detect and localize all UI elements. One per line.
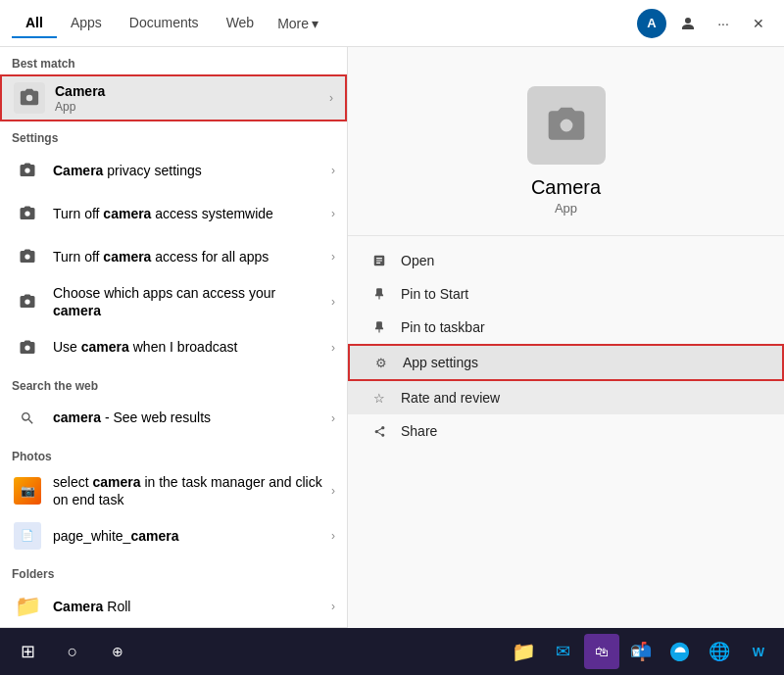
camera-app-icon: [14, 82, 45, 114]
action-pin-start[interactable]: Pin to Start: [348, 277, 784, 311]
web-search-text: camera - See web results: [53, 409, 325, 426]
people-icon[interactable]: 📬: [623, 634, 659, 669]
settings-allapps-icon: [12, 241, 43, 272]
chrome-icon[interactable]: 🌐: [702, 634, 737, 669]
top-bar-right: A ··· ✕: [637, 9, 772, 38]
open-icon: [371, 253, 387, 268]
systemwide-text: Turn off camera access systemwide: [53, 205, 325, 222]
right-panel: Camera App Open Pin to Start: [348, 47, 784, 675]
chevron-down-icon: ▾: [312, 16, 318, 31]
all-apps-text: Turn off camera access for all apps: [53, 248, 325, 265]
search-window: All Apps Documents Web More ▾ A ··· ✕ Be…: [0, 0, 784, 675]
store-icon[interactable]: 🛍: [584, 634, 619, 669]
pin-start-icon: [371, 286, 387, 302]
settings-choose-icon: [12, 286, 43, 317]
result-turn-off-all-apps[interactable]: Turn off camera access for all apps ›: [0, 235, 347, 278]
avatar[interactable]: A: [637, 9, 666, 38]
privacy-settings-text: Camera privacy settings: [53, 162, 325, 179]
action-pin-taskbar-label: Pin to taskbar: [401, 319, 485, 335]
left-panel: Best match Camera App › Settings: [0, 47, 348, 675]
chevron-right-icon: ›: [331, 164, 335, 177]
result-task-manager-photo[interactable]: 📷 select camera in the task manager and …: [0, 467, 347, 514]
result-use-camera-broadcast[interactable]: Use camera when I broadcast ›: [0, 326, 347, 369]
web-search-icon: [12, 403, 43, 434]
edge-icon[interactable]: [662, 634, 698, 669]
chevron-right-icon: ›: [331, 207, 335, 220]
result-camera-app[interactable]: Camera App ›: [0, 74, 347, 121]
tab-web[interactable]: Web: [213, 9, 269, 38]
tab-documents[interactable]: Documents: [116, 9, 213, 38]
web-search-title: camera - See web results: [53, 409, 325, 426]
camera-app-subtitle: App: [55, 100, 323, 114]
search-button[interactable]: ○: [53, 632, 92, 671]
person-icon: [680, 16, 696, 31]
choose-apps-text: Choose which apps can access your camera: [53, 284, 325, 319]
page-white-text: page_white_camera: [53, 527, 325, 545]
app-name-display: Camera: [531, 176, 601, 199]
camera-app-text: Camera App: [55, 82, 323, 114]
result-turn-off-systemwide[interactable]: Turn off camera access systemwide ›: [0, 192, 347, 235]
close-btn[interactable]: ✕: [745, 10, 772, 37]
task-manager-title: select camera in the task manager and cl…: [53, 473, 325, 508]
action-open[interactable]: Open: [348, 244, 784, 277]
results-list: Best match Camera App › Settings: [0, 47, 347, 627]
wscdn-icon[interactable]: W: [741, 634, 776, 669]
user-icon-btn[interactable]: [674, 10, 702, 37]
chevron-right-icon: ›: [331, 529, 335, 543]
camera-off-icon: [19, 205, 36, 222]
section-best-match: Best match: [0, 47, 347, 74]
result-camera-roll[interactable]: 📁 Camera Roll ›: [0, 585, 347, 627]
broadcast-text: Use camera when I broadcast: [53, 338, 325, 356]
folder-icon: 📁: [12, 591, 43, 622]
pin-taskbar-icon: [371, 319, 387, 335]
result-privacy-settings[interactable]: Camera privacy settings ›: [0, 149, 347, 192]
action-pin-taskbar[interactable]: Pin to taskbar: [348, 311, 784, 344]
tab-apps[interactable]: Apps: [57, 9, 116, 38]
camera-app-title: Camera: [55, 82, 323, 100]
task-manager-text: select camera in the task manager and cl…: [53, 473, 325, 508]
tab-all[interactable]: All: [12, 9, 57, 38]
taskbar: ⊞ ○ ⊕ 📁 ✉ 🛍 📬 🌐 W: [0, 628, 784, 675]
action-rate-review[interactable]: ☆ Rate and review: [348, 381, 784, 414]
more-options-btn[interactable]: ···: [710, 10, 737, 37]
action-pin-start-label: Pin to Start: [401, 286, 468, 302]
chevron-right-icon: ›: [331, 341, 335, 355]
privacy-settings-title: Camera privacy settings: [53, 162, 325, 179]
top-bar: All Apps Documents Web More ▾ A ··· ✕: [0, 0, 784, 47]
photos-task-icon: 📷: [12, 475, 43, 506]
tab-list: All Apps Documents Web More ▾: [12, 9, 637, 38]
chevron-right-icon: ›: [331, 250, 335, 264]
file-explorer-icon[interactable]: 📁: [506, 634, 541, 669]
camera-broadcast-icon: [19, 339, 36, 357]
camera-settings-icon: [19, 162, 36, 179]
settings-broadcast-icon: [12, 332, 43, 363]
section-settings: Settings: [0, 121, 347, 149]
start-button[interactable]: ⊞: [8, 632, 47, 671]
section-photos: Photos: [0, 440, 347, 467]
mail-icon[interactable]: ✉: [545, 634, 580, 669]
section-folders: Folders: [0, 557, 347, 585]
choose-apps-title: Choose which apps can access your camera: [53, 284, 325, 319]
action-app-settings[interactable]: ⚙ App settings: [348, 344, 784, 381]
taskbar-icons: 📁 ✉ 🛍 📬 🌐 W: [506, 634, 776, 669]
camera-large-icon: [545, 104, 588, 147]
result-web-camera[interactable]: camera - See web results ›: [0, 397, 347, 440]
content-area: Best match Camera App › Settings: [0, 47, 784, 675]
result-choose-apps[interactable]: Choose which apps can access your camera…: [0, 278, 347, 325]
page-white-icon: 📄: [12, 520, 43, 552]
photos-app-icon: 📷: [14, 477, 41, 505]
camera-icon: [19, 87, 40, 109]
magnify-icon: [20, 410, 35, 426]
page-white-title: page_white_camera: [53, 527, 325, 545]
action-app-settings-label: App settings: [403, 355, 478, 370]
camera-apps-icon: [19, 248, 36, 265]
gear-icon: ⚙: [373, 355, 389, 370]
action-share[interactable]: Share: [348, 414, 784, 448]
star-icon: ☆: [371, 390, 387, 406]
tab-more[interactable]: More ▾: [268, 9, 328, 38]
action-share-label: Share: [401, 423, 437, 439]
chevron-right-icon: ›: [329, 91, 333, 105]
task-view-button[interactable]: ⊕: [98, 632, 137, 671]
settings-systemwide-icon: [12, 198, 43, 229]
result-page-white-camera[interactable]: 📄 page_white_camera ›: [0, 514, 347, 557]
